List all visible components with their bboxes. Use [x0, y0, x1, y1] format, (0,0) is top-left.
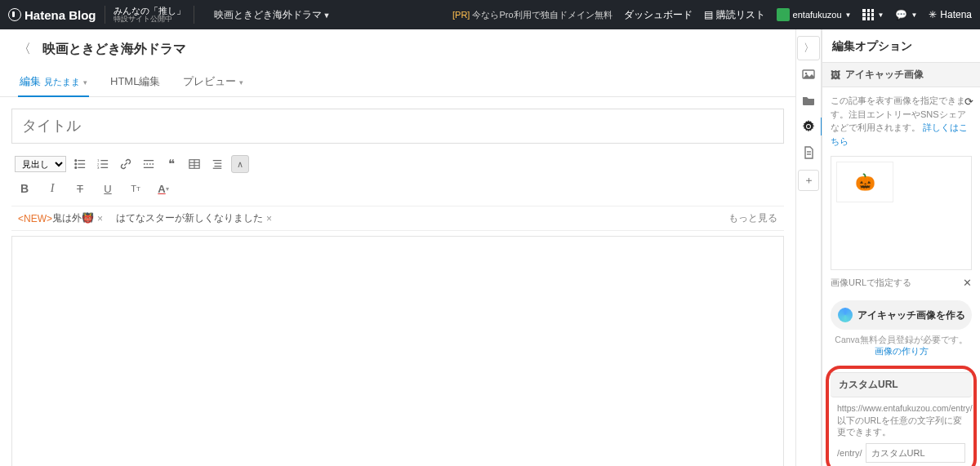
announcement-bar: <NEW> 鬼は外👹 × はてなスターが新しくなりました × もっと見る [11, 206, 784, 231]
book-icon: ▤ [704, 9, 713, 20]
readmore-icon[interactable] [140, 155, 158, 173]
table-icon[interactable] [185, 155, 203, 173]
promo-link[interactable]: みんなの「推し」 特設サイト公開中 [114, 6, 185, 24]
news-item-1[interactable]: 鬼は外👹 [52, 211, 94, 225]
reading-list-label: 購読リスト [716, 8, 765, 22]
tab-html-label: HTML編集 [110, 75, 160, 87]
chat-menu[interactable]: 💬 ▼ [895, 9, 917, 20]
chevron-down-icon: ▾ [83, 78, 87, 87]
fontsize-button[interactable]: TT [126, 180, 145, 197]
news-item-2[interactable]: はてなスターが新しくなりました [116, 211, 263, 225]
edit-options-panel: 編集オプション 🖼 アイキャッチ画像 この記事を表す画像を指定できます。注目エン… [822, 29, 980, 466]
account-menu[interactable]: entafukuzou ▼ [777, 8, 852, 21]
reading-list-link[interactable]: ▤ 購読リスト [704, 8, 765, 22]
underline-button[interactable]: U [98, 180, 118, 197]
svg-text:3: 3 [97, 166, 100, 170]
customurl-description: https://www.entafukuzou.com/entry/以下のURL… [831, 397, 972, 443]
divider [105, 6, 105, 24]
create-eyecatch-label: アイキャッチ画像を作る [858, 308, 965, 322]
global-header: Hatena Blog みんなの「推し」 特設サイト公開中 映画ときどき海外ドラ… [0, 0, 980, 29]
news-more-link[interactable]: もっと見る [728, 211, 777, 225]
chevron-down-icon: ▼ [323, 11, 331, 20]
dashboard-link[interactable]: ダッシュボード [624, 8, 693, 22]
document-icon[interactable] [797, 140, 820, 165]
tab-edit[interactable]: 編集見たまま▾ [18, 68, 89, 96]
header-right: [PR] 今ならPro利用で独自ドメイン無料 ダッシュボード ▤ 購読リスト e… [452, 8, 972, 22]
caret-icon[interactable]: ∧ [231, 155, 249, 173]
hatena-label: Hatena [940, 9, 972, 20]
close-icon[interactable]: ✕ [963, 277, 972, 289]
section-customurl: カスタムURL [831, 372, 972, 397]
reload-icon[interactable]: ⟳ [964, 94, 973, 110]
pr-tag: [PR] [452, 10, 470, 20]
customurl-input[interactable] [866, 443, 965, 463]
eyecatch-thumbnail-image: 🎃 [836, 162, 893, 202]
editor-toolbar-1: 見出し 123 ❝ ∧ [11, 152, 784, 176]
editor-tabs: 編集見たまま▾ HTML編集 プレビュー▾ [0, 63, 795, 97]
section-customurl-label: カスタムURL [839, 378, 898, 392]
italic-button[interactable]: I [42, 180, 62, 197]
tab-preview-label: プレビュー [183, 75, 236, 87]
grid-icon [862, 9, 874, 20]
canva-note-text: Canva無料会員登録が必要です。 [835, 335, 967, 344]
hatena-link[interactable]: ✳ Hatena [929, 9, 972, 20]
image-url-row: 画像URLで指定する ✕ [831, 277, 972, 289]
chevron-down-icon: ▼ [911, 11, 917, 19]
photo-icon[interactable] [797, 62, 820, 87]
chat-icon: 💬 [895, 9, 907, 20]
section-eyecatch-label: アイキャッチ画像 [845, 68, 924, 82]
link-icon[interactable] [117, 155, 135, 173]
canva-note: Canva無料会員登録が必要です。 画像の作り方 [822, 335, 980, 357]
page-title: 映画ときどき海外ドラマ [42, 41, 186, 58]
svg-point-2 [75, 163, 77, 165]
username: entafukuzou [793, 10, 842, 20]
strikethrough-button[interactable]: T [70, 180, 90, 197]
panel-title: 編集オプション [822, 29, 980, 62]
avatar-icon [777, 8, 790, 21]
title-input[interactable] [11, 109, 784, 144]
create-eyecatch-button[interactable]: アイキャッチ画像を作る [831, 300, 972, 330]
textcolor-button[interactable]: A▾ [154, 180, 173, 197]
tab-preview[interactable]: プレビュー▾ [181, 68, 245, 96]
eyecatch-thumbnail[interactable]: 🎃 [831, 156, 972, 270]
heading-select[interactable]: 見出し [15, 156, 66, 172]
hatena-logo[interactable]: Hatena Blog [8, 8, 96, 22]
unordered-list-icon[interactable] [71, 155, 89, 173]
editor-body[interactable] [11, 236, 784, 466]
customurl-prefix: /entry/ [837, 448, 862, 458]
tab-edit-label: 編集 [20, 75, 41, 87]
pr-text: 今ならPro利用で独自ドメイン無料 [472, 10, 612, 20]
divider [194, 6, 194, 24]
toc-icon[interactable] [208, 155, 226, 173]
quote-icon[interactable]: ❝ [163, 155, 180, 173]
blog-selector[interactable]: 映画ときどき海外ドラマ▼ [214, 8, 331, 22]
svg-point-0 [75, 160, 77, 162]
folder-icon[interactable] [797, 88, 820, 113]
svg-point-24 [805, 73, 808, 75]
apps-menu[interactable]: ▼ [862, 9, 884, 20]
sparkle-icon: ✳ [929, 9, 937, 20]
tab-html[interactable]: HTML編集 [109, 68, 162, 96]
close-icon[interactable]: × [97, 213, 103, 224]
bold-button[interactable]: B [15, 180, 34, 197]
plus-icon[interactable]: ＋ [798, 170, 819, 191]
customurl-input-row: /entry/ [831, 443, 972, 463]
svg-point-4 [75, 167, 77, 169]
gear-icon[interactable] [797, 114, 820, 139]
collapse-panel-button[interactable]: 〉 [797, 36, 820, 60]
pr-banner[interactable]: [PR] 今ならPro利用で独自ドメイン無料 [452, 9, 612, 21]
chevron-down-icon: ▾ [239, 78, 243, 87]
side-toolstrip: 〉 ＋ [795, 29, 822, 466]
image-howto-link[interactable]: 画像の作り方 [822, 346, 980, 357]
back-button[interactable]: 〈 [18, 41, 31, 58]
ordered-list-icon[interactable]: 123 [94, 155, 112, 173]
hatena-logo-icon [8, 8, 21, 21]
tab-edit-sublabel: 見たまま [44, 77, 80, 87]
blog-name: 映画ときどき海外ドラマ [214, 9, 322, 20]
custom-url-highlight: カスタムURL https://www.entafukuzou.com/entr… [826, 366, 977, 466]
editor-main: 〈 映画ときどき海外ドラマ 編集見たまま▾ HTML編集 プレビュー▾ 見出し … [0, 29, 795, 466]
new-tag: <NEW> [18, 213, 52, 224]
image-url-label[interactable]: 画像URLで指定する [831, 277, 911, 289]
close-icon[interactable]: × [266, 213, 272, 224]
hatena-logo-text: Hatena Blog [24, 8, 96, 22]
